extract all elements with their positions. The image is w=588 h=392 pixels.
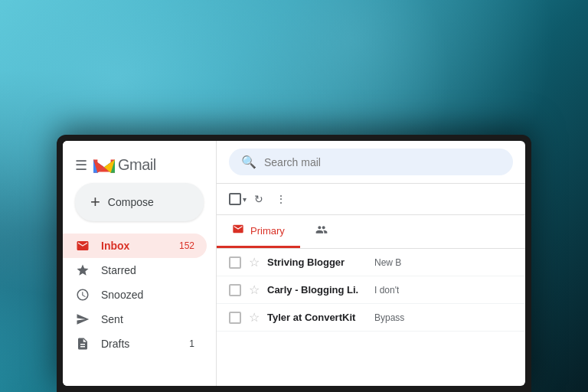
inbox-label: Inbox xyxy=(101,240,129,252)
menu-icon[interactable]: ☰ xyxy=(75,157,87,174)
email-checkbox-2[interactable] xyxy=(229,284,241,296)
sent-label: Sent xyxy=(101,313,123,325)
star-icon-1[interactable]: ☆ xyxy=(249,255,260,270)
email-preview-3: Bypass xyxy=(374,312,404,323)
search-placeholder: Search mail xyxy=(264,156,501,168)
primary-tab-label: Primary xyxy=(250,225,285,237)
email-list: ☆ Striving Blogger New B ☆ Carly - Blogg… xyxy=(217,249,525,386)
compose-button[interactable]: + Compose xyxy=(75,183,204,221)
sidebar-item-starred[interactable]: Starred xyxy=(63,258,207,283)
more-options-button[interactable]: ⋮ xyxy=(271,188,291,210)
select-all-container[interactable]: ▾ xyxy=(229,193,247,205)
email-sender-1: Striving Blogger xyxy=(267,256,367,268)
email-row[interactable]: ☆ Carly - Blogging Li. I don't xyxy=(217,276,525,304)
snoozed-icon xyxy=(75,287,90,302)
email-row[interactable]: ☆ Striving Blogger New B xyxy=(217,249,525,276)
laptop-screen: ☰ xyxy=(57,135,531,392)
tab-primary[interactable]: Primary xyxy=(217,215,300,248)
search-icon: 🔍 xyxy=(241,155,256,169)
sidebar-item-drafts[interactable]: Drafts 1 xyxy=(63,332,207,356)
select-dropdown-icon[interactable]: ▾ xyxy=(243,195,247,204)
primary-tab-icon xyxy=(232,223,244,238)
sidebar-item-snoozed[interactable]: Snoozed xyxy=(63,283,207,307)
email-preview-1: New B xyxy=(374,257,401,268)
drafts-badge: 1 xyxy=(189,338,194,349)
search-bar[interactable]: 🔍 Search mail xyxy=(229,149,513,175)
top-bar: 🔍 Search mail xyxy=(217,141,525,184)
gmail-header: ☰ xyxy=(63,150,216,183)
sidebar: ☰ xyxy=(63,141,216,386)
sidebar-item-sent[interactable]: Sent xyxy=(63,307,207,332)
email-sender-3: Tyler at ConvertKit xyxy=(267,312,367,323)
email-row[interactable]: ☆ Tyler at ConvertKit Bypass xyxy=(217,304,525,332)
compose-plus-icon: + xyxy=(90,194,100,211)
star-icon-3[interactable]: ☆ xyxy=(249,310,260,325)
gmail-window: ☰ xyxy=(63,141,525,386)
inbox-icon xyxy=(75,238,90,253)
starred-label: Starred xyxy=(101,264,136,276)
toolbar: ▾ ↻ ⋮ xyxy=(217,184,525,215)
snoozed-label: Snoozed xyxy=(101,289,143,301)
sent-icon xyxy=(75,312,90,327)
drafts-label: Drafts xyxy=(101,338,129,350)
compose-label: Compose xyxy=(108,196,154,208)
email-sender-2: Carly - Blogging Li. xyxy=(267,284,367,296)
select-all-checkbox[interactable] xyxy=(229,193,241,205)
email-preview-2: I don't xyxy=(374,285,399,296)
star-icon-2[interactable]: ☆ xyxy=(249,283,260,297)
email-checkbox-1[interactable] xyxy=(229,256,241,269)
more-icon: ⋮ xyxy=(276,193,286,205)
tabs-bar: Primary xyxy=(217,215,525,249)
email-checkbox-3[interactable] xyxy=(229,312,241,324)
tab-social[interactable] xyxy=(300,215,343,248)
drafts-icon xyxy=(75,336,90,351)
star-nav-icon xyxy=(75,263,90,278)
laptop-frame: ☰ xyxy=(57,135,531,392)
gmail-logo: Gmail xyxy=(93,156,156,174)
sidebar-item-inbox[interactable]: Inbox 152 xyxy=(63,234,207,258)
main-content: 🔍 Search mail ▾ ↻ ⋮ xyxy=(216,141,525,386)
gmail-wordmark: Gmail xyxy=(118,156,156,174)
refresh-button[interactable]: ↻ xyxy=(250,188,268,210)
social-tab-icon xyxy=(315,224,328,238)
inbox-badge: 152 xyxy=(179,240,194,251)
gmail-m-icon xyxy=(93,157,115,174)
refresh-icon: ↻ xyxy=(254,193,263,205)
